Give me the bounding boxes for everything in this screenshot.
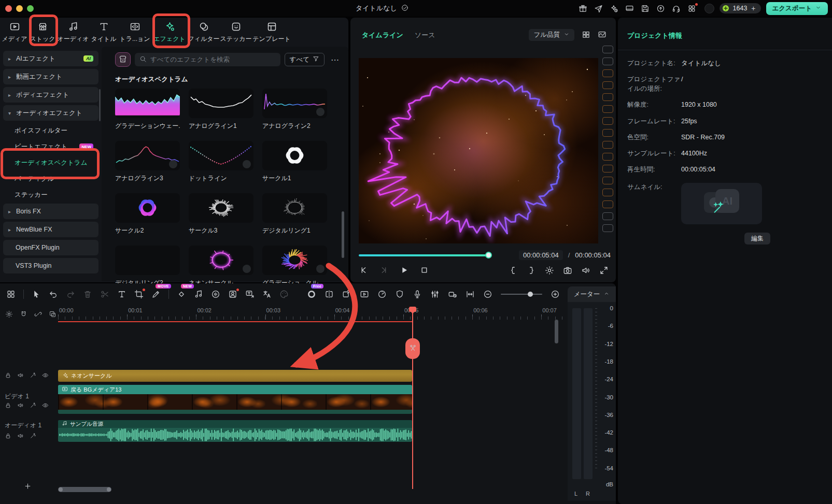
effect-thumbnail[interactable] (262, 246, 327, 275)
edit-thumbnail-button[interactable]: 編集 (744, 233, 770, 244)
scissors-button[interactable] (100, 290, 109, 299)
project-thumbnail[interactable]: AI (681, 183, 762, 224)
sidebar-item-8[interactable]: ステッカー (0, 188, 98, 202)
track-lock-toggle[interactable] (5, 433, 11, 439)
sidebar-item-2[interactable]: ▸ボディエフェクト (3, 87, 98, 103)
meter-toggle[interactable]: メーター (568, 286, 616, 302)
export-frame-button[interactable] (342, 290, 351, 299)
effect-thumbnail[interactable] (189, 141, 253, 170)
timeline-magnet-button[interactable] (20, 310, 27, 318)
undo-button[interactable] (49, 290, 58, 299)
effects-scrollbar[interactable] (342, 211, 344, 258)
app-grid-button[interactable] (687, 4, 696, 13)
more-options-button[interactable]: ⋯ (329, 55, 341, 65)
effect-card-7[interactable]: サークル3 (189, 193, 253, 235)
effect-card-11[interactable]: グラデーショ...クル (262, 246, 327, 287)
sidebar-item-6[interactable]: オーディオスペクトラム (0, 155, 98, 170)
pen-button[interactable]: MOVE (151, 290, 161, 299)
effect-thumbnail[interactable] (262, 193, 327, 223)
preview-filmstrip-scrollbar[interactable] (602, 46, 613, 232)
tab-media[interactable]: メディア (1, 18, 28, 47)
add-track-button[interactable] (24, 482, 32, 492)
shield-button[interactable] (395, 290, 404, 299)
close-button[interactable] (5, 5, 12, 12)
track-eye-toggle[interactable] (42, 402, 49, 409)
effect-card-10[interactable]: ネオンサークル (189, 246, 253, 287)
track-wand-toggle[interactable] (30, 402, 36, 409)
effect-thumbnail[interactable] (189, 89, 253, 118)
sidebar-item-1[interactable]: ▸動画エフェクト (3, 69, 98, 84)
sidebar-item-3[interactable]: ▾オーディオエフェクト (3, 105, 98, 121)
cloud-upload-button[interactable] (656, 4, 665, 13)
ai-paint-button[interactable] (279, 290, 289, 299)
render-button[interactable] (360, 290, 369, 299)
next-frame-button[interactable] (379, 265, 389, 275)
track-wand-toggle[interactable] (30, 372, 36, 379)
preview-tab-1[interactable]: ソース (415, 31, 435, 40)
cursor-button[interactable] (32, 290, 41, 299)
fit-button[interactable] (466, 290, 475, 299)
zoom-in-button[interactable] (551, 290, 560, 299)
record-button[interactable]: Free (307, 290, 316, 299)
add-effect-badge[interactable] (316, 265, 325, 273)
scope-icon[interactable] (598, 30, 607, 39)
effect-card-1[interactable]: アナログライン1 (189, 89, 253, 131)
preview-tab-0[interactable]: タイムライン (362, 31, 403, 40)
sidebar-item-11[interactable]: OpenFX Plugin (3, 240, 98, 255)
grid-view-icon[interactable] (582, 30, 590, 39)
track-wand-toggle[interactable] (30, 433, 36, 439)
timeline-link-button[interactable] (34, 310, 42, 318)
headset-button[interactable] (672, 4, 681, 13)
add-effect-badge[interactable] (243, 160, 251, 168)
layout-button[interactable] (6, 290, 16, 299)
prev-frame-button[interactable] (359, 265, 369, 275)
save-button[interactable] (641, 4, 650, 13)
effect-card-9[interactable]: デジタルリング2 (115, 246, 180, 287)
speaker-button[interactable] (581, 266, 590, 275)
effect-card-6[interactable]: サークル2 (115, 193, 180, 235)
maximize-button[interactable] (27, 5, 34, 12)
gift-button[interactable] (579, 4, 587, 13)
portrait-button[interactable] (228, 290, 237, 299)
effect-thumbnail[interactable] (115, 141, 180, 170)
effect-thumbnail[interactable] (262, 141, 327, 170)
crop-button[interactable] (134, 290, 144, 299)
track-speaker-toggle[interactable] (17, 372, 24, 379)
timeline-blend-button[interactable] (49, 310, 57, 318)
effect-thumbnail[interactable] (115, 246, 180, 275)
text-to-speech-button[interactable] (245, 290, 255, 299)
effect-card-3[interactable]: アナログライン3 (115, 141, 180, 183)
auto-ripple-button[interactable] (448, 290, 457, 299)
effect-thumbnail[interactable] (115, 89, 180, 118)
playhead[interactable] (412, 307, 413, 489)
sidebar-item-7[interactable]: パーティクル (0, 171, 98, 186)
redo-button[interactable] (66, 290, 75, 299)
effect-card-2[interactable]: アナログライン2 (262, 89, 327, 131)
effect-thumbnail[interactable] (115, 193, 180, 223)
audio-ai-button[interactable] (211, 290, 220, 299)
video-preview[interactable] (359, 58, 598, 243)
camera-button[interactable] (563, 266, 572, 275)
effects-search-input[interactable] (150, 56, 276, 63)
trash-button[interactable] (83, 290, 92, 299)
expand-button[interactable] (599, 266, 609, 275)
add-effect-badge[interactable] (243, 265, 251, 273)
timeline-clip-audio[interactable]: サンプル音源 (58, 420, 412, 442)
send-button[interactable] (594, 4, 603, 13)
coins-pill[interactable]: 1643 + (720, 3, 761, 13)
effects-collection-button[interactable] (115, 52, 131, 67)
effect-card-0[interactable]: グラデーションウェー... (115, 89, 180, 131)
tab-stickers[interactable]: ステッカー (220, 18, 252, 47)
bracket-close-button[interactable] (527, 266, 536, 275)
sidebar-item-9[interactable]: ▸Boris FX (3, 204, 98, 219)
sidebar-item-4[interactable]: ボイスフィルター (0, 123, 98, 138)
timeline-horizontal-scrollbar[interactable] (58, 487, 111, 492)
effect-card-5[interactable]: サークル1 (262, 141, 327, 183)
progress-bar[interactable] (359, 254, 486, 256)
timeline-vertical-scrollbar[interactable] (555, 320, 558, 343)
minimize-button[interactable] (16, 5, 23, 12)
gear-button[interactable] (545, 266, 554, 275)
effect-thumbnail[interactable] (189, 246, 253, 275)
theme-toggle[interactable] (704, 4, 714, 13)
bracket-open-button[interactable] (509, 266, 518, 275)
